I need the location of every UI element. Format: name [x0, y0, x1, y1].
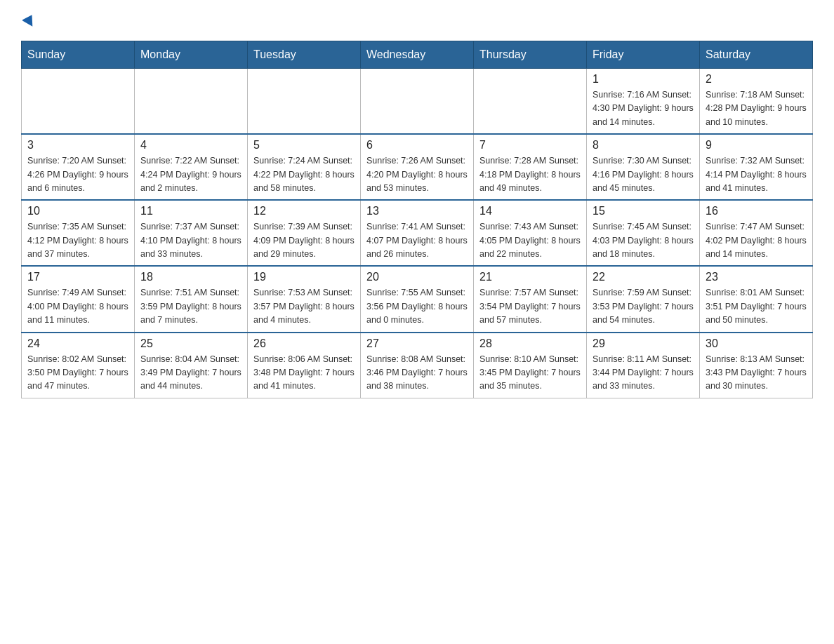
weekday-header-monday: Monday [135, 41, 248, 69]
calendar-week-row: 24Sunrise: 8:02 AM Sunset: 3:50 PM Dayli… [22, 333, 813, 398]
day-info: Sunrise: 7:22 AM Sunset: 4:24 PM Dayligh… [140, 154, 241, 195]
day-number: 23 [706, 271, 807, 283]
day-info: Sunrise: 7:49 AM Sunset: 4:00 PM Dayligh… [27, 286, 128, 327]
calendar-cell: 7Sunrise: 7:28 AM Sunset: 4:18 PM Daylig… [474, 134, 587, 200]
day-info: Sunrise: 8:06 AM Sunset: 3:48 PM Dayligh… [253, 353, 355, 394]
calendar-cell: 17Sunrise: 7:49 AM Sunset: 4:00 PM Dayli… [22, 266, 135, 332]
calendar-week-row: 1Sunrise: 7:16 AM Sunset: 4:30 PM Daylig… [22, 69, 813, 135]
calendar-cell [474, 69, 587, 135]
day-info: Sunrise: 8:01 AM Sunset: 3:51 PM Dayligh… [706, 286, 807, 327]
calendar-cell: 8Sunrise: 7:30 AM Sunset: 4:16 PM Daylig… [587, 134, 700, 200]
calendar-header-row: SundayMondayTuesdayWednesdayThursdayFrid… [22, 41, 813, 69]
day-info: Sunrise: 7:20 AM Sunset: 4:26 PM Dayligh… [27, 154, 128, 195]
calendar-cell: 26Sunrise: 8:06 AM Sunset: 3:48 PM Dayli… [248, 333, 361, 398]
day-number: 11 [140, 205, 241, 217]
day-number: 6 [366, 139, 468, 152]
calendar-cell: 15Sunrise: 7:45 AM Sunset: 4:03 PM Dayli… [587, 200, 700, 266]
calendar-cell: 3Sunrise: 7:20 AM Sunset: 4:26 PM Daylig… [22, 134, 135, 200]
day-info: Sunrise: 7:57 AM Sunset: 3:54 PM Dayligh… [479, 286, 581, 327]
calendar-cell: 9Sunrise: 7:32 AM Sunset: 4:14 PM Daylig… [700, 134, 813, 200]
calendar-table: SundayMondayTuesdayWednesdayThursdayFrid… [21, 41, 813, 398]
calendar-cell: 27Sunrise: 8:08 AM Sunset: 3:46 PM Dayli… [361, 333, 474, 398]
calendar-week-row: 10Sunrise: 7:35 AM Sunset: 4:12 PM Dayli… [22, 200, 813, 266]
calendar-cell [135, 69, 248, 135]
day-number: 9 [706, 139, 807, 152]
day-info: Sunrise: 7:45 AM Sunset: 4:03 PM Dayligh… [593, 220, 694, 261]
day-info: Sunrise: 7:16 AM Sunset: 4:30 PM Dayligh… [593, 88, 694, 129]
calendar-week-row: 3Sunrise: 7:20 AM Sunset: 4:26 PM Daylig… [22, 134, 813, 200]
calendar-cell: 2Sunrise: 7:18 AM Sunset: 4:28 PM Daylig… [700, 69, 813, 135]
day-info: Sunrise: 7:26 AM Sunset: 4:20 PM Dayligh… [366, 154, 468, 195]
weekday-header-saturday: Saturday [700, 41, 813, 69]
day-number: 29 [593, 337, 694, 350]
day-number: 1 [593, 73, 694, 86]
calendar-cell: 12Sunrise: 7:39 AM Sunset: 4:09 PM Dayli… [248, 200, 361, 266]
day-info: Sunrise: 7:32 AM Sunset: 4:14 PM Dayligh… [706, 154, 807, 195]
calendar-cell: 10Sunrise: 7:35 AM Sunset: 4:12 PM Dayli… [22, 200, 135, 266]
day-number: 16 [706, 205, 807, 217]
day-info: Sunrise: 7:35 AM Sunset: 4:12 PM Dayligh… [27, 220, 128, 261]
day-number: 25 [140, 337, 241, 350]
day-number: 3 [27, 139, 128, 152]
day-info: Sunrise: 7:18 AM Sunset: 4:28 PM Dayligh… [706, 88, 807, 129]
day-number: 27 [366, 337, 468, 350]
weekday-header-thursday: Thursday [474, 41, 587, 69]
day-number: 13 [366, 205, 468, 217]
calendar-cell: 20Sunrise: 7:55 AM Sunset: 3:56 PM Dayli… [361, 266, 474, 332]
calendar-cell: 23Sunrise: 8:01 AM Sunset: 3:51 PM Dayli… [700, 266, 813, 332]
day-number: 17 [27, 271, 128, 283]
day-info: Sunrise: 7:37 AM Sunset: 4:10 PM Dayligh… [140, 220, 241, 261]
day-info: Sunrise: 7:59 AM Sunset: 3:53 PM Dayligh… [593, 286, 694, 327]
calendar-cell: 4Sunrise: 7:22 AM Sunset: 4:24 PM Daylig… [135, 134, 248, 200]
day-info: Sunrise: 7:43 AM Sunset: 4:05 PM Dayligh… [479, 220, 581, 261]
day-number: 5 [253, 139, 355, 152]
calendar-cell: 5Sunrise: 7:24 AM Sunset: 4:22 PM Daylig… [248, 134, 361, 200]
day-number: 8 [593, 139, 694, 152]
svg-marker-0 [22, 14, 35, 27]
weekday-header-wednesday: Wednesday [361, 41, 474, 69]
calendar-cell [22, 69, 135, 135]
day-info: Sunrise: 7:41 AM Sunset: 4:07 PM Dayligh… [366, 220, 468, 261]
day-info: Sunrise: 8:13 AM Sunset: 3:43 PM Dayligh… [706, 353, 807, 394]
weekday-header-friday: Friday [587, 41, 700, 69]
day-number: 18 [140, 271, 241, 283]
day-info: Sunrise: 8:08 AM Sunset: 3:46 PM Dayligh… [366, 353, 468, 394]
day-info: Sunrise: 7:28 AM Sunset: 4:18 PM Dayligh… [479, 154, 581, 195]
day-number: 26 [253, 337, 355, 350]
calendar-cell: 16Sunrise: 7:47 AM Sunset: 4:02 PM Dayli… [700, 200, 813, 266]
calendar-cell: 19Sunrise: 7:53 AM Sunset: 3:57 PM Dayli… [248, 266, 361, 332]
calendar-cell: 13Sunrise: 7:41 AM Sunset: 4:07 PM Dayli… [361, 200, 474, 266]
day-number: 20 [366, 271, 468, 283]
calendar-cell: 14Sunrise: 7:43 AM Sunset: 4:05 PM Dayli… [474, 200, 587, 266]
day-info: Sunrise: 8:11 AM Sunset: 3:44 PM Dayligh… [593, 353, 694, 394]
logo [21, 14, 35, 29]
day-number: 30 [706, 337, 807, 350]
page-header [21, 14, 813, 29]
weekday-header-sunday: Sunday [22, 41, 135, 69]
calendar-cell [361, 69, 474, 135]
day-info: Sunrise: 7:51 AM Sunset: 3:59 PM Dayligh… [140, 286, 241, 327]
day-info: Sunrise: 7:53 AM Sunset: 3:57 PM Dayligh… [253, 286, 355, 327]
day-number: 4 [140, 139, 241, 152]
calendar-cell: 30Sunrise: 8:13 AM Sunset: 3:43 PM Dayli… [700, 333, 813, 398]
calendar-cell: 28Sunrise: 8:10 AM Sunset: 3:45 PM Dayli… [474, 333, 587, 398]
calendar-cell: 1Sunrise: 7:16 AM Sunset: 4:30 PM Daylig… [587, 69, 700, 135]
calendar-cell: 29Sunrise: 8:11 AM Sunset: 3:44 PM Dayli… [587, 333, 700, 398]
calendar-cell: 25Sunrise: 8:04 AM Sunset: 3:49 PM Dayli… [135, 333, 248, 398]
day-info: Sunrise: 8:04 AM Sunset: 3:49 PM Dayligh… [140, 353, 241, 394]
day-info: Sunrise: 7:39 AM Sunset: 4:09 PM Dayligh… [253, 220, 355, 261]
calendar-cell: 22Sunrise: 7:59 AM Sunset: 3:53 PM Dayli… [587, 266, 700, 332]
calendar-cell [248, 69, 361, 135]
day-number: 28 [479, 337, 581, 350]
weekday-header-tuesday: Tuesday [248, 41, 361, 69]
day-info: Sunrise: 7:55 AM Sunset: 3:56 PM Dayligh… [366, 286, 468, 327]
day-number: 7 [479, 139, 581, 152]
day-number: 19 [253, 271, 355, 283]
calendar-cell: 21Sunrise: 7:57 AM Sunset: 3:54 PM Dayli… [474, 266, 587, 332]
calendar-cell: 18Sunrise: 7:51 AM Sunset: 3:59 PM Dayli… [135, 266, 248, 332]
day-number: 15 [593, 205, 694, 217]
logo-arrow-icon [22, 14, 35, 29]
day-number: 22 [593, 271, 694, 283]
day-info: Sunrise: 8:02 AM Sunset: 3:50 PM Dayligh… [27, 353, 128, 394]
calendar-week-row: 17Sunrise: 7:49 AM Sunset: 4:00 PM Dayli… [22, 266, 813, 332]
